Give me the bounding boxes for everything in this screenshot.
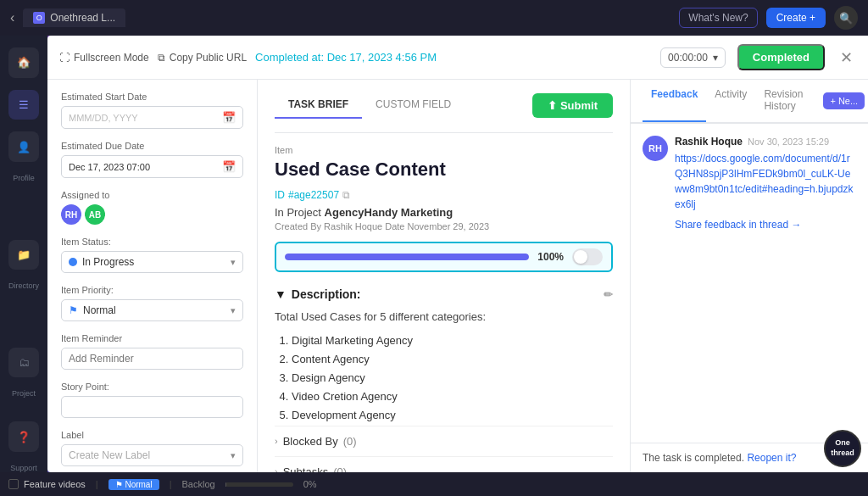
list-item: Video Cretion Agency bbox=[292, 387, 613, 406]
start-date-placeholder: MMM/DD, YYYY bbox=[69, 113, 219, 123]
item-priority-value: Normal bbox=[83, 304, 116, 316]
comment-link[interactable]: https://docs.google.com/document/d/1rQ3H… bbox=[675, 151, 856, 212]
list-item: Design Agency bbox=[292, 369, 613, 387]
progress-bar-fill bbox=[285, 254, 529, 260]
center-content: TASK BRIEF CUSTOM FIELD ⬆ Submit Item Us… bbox=[258, 80, 631, 472]
assigned-to-field: Assigned to RH AB bbox=[61, 190, 243, 225]
item-type-label: Item bbox=[275, 145, 613, 155]
share-feedback-button[interactable]: Share feedback in thread → bbox=[675, 219, 856, 231]
reopen-link[interactable]: Reopen it? bbox=[747, 452, 796, 464]
item-status-field: Item Status: In Progress ▾ bbox=[61, 237, 243, 273]
estimated-due-date-input[interactable]: Dec 17, 2023 07:00 📅 bbox=[61, 155, 243, 178]
tab-revision-history[interactable]: Revision History bbox=[755, 80, 811, 122]
search-button[interactable]: 🔍 bbox=[834, 6, 858, 30]
estimated-start-date-label: Estimated Start Date bbox=[61, 92, 243, 102]
assigned-to-label: Assigned to bbox=[61, 190, 243, 200]
comment-time: Nov 30, 2023 15:29 bbox=[748, 137, 829, 147]
avatar-1: RH bbox=[61, 204, 81, 225]
blocked-by-count: (0) bbox=[343, 435, 357, 448]
taskbar-task-name: Feature videos bbox=[24, 479, 86, 489]
assigned-avatars: RH AB bbox=[61, 204, 243, 225]
time-chevron-icon: ▾ bbox=[713, 52, 718, 64]
item-reminder-label: Item Reminder bbox=[61, 333, 243, 343]
item-reminder-input[interactable] bbox=[61, 348, 243, 370]
taskbar-status-icon: ⚑ bbox=[115, 480, 123, 489]
progress-bar-wrap bbox=[285, 254, 529, 260]
list-item: Digital Marketing Agency bbox=[292, 332, 613, 350]
date-label: Date bbox=[385, 221, 404, 231]
story-point-input[interactable]: 0 bbox=[61, 396, 243, 418]
back-button[interactable]: ‹ bbox=[10, 10, 14, 25]
taskbar-separator: | bbox=[96, 479, 98, 489]
tab-custom-field[interactable]: CUSTOM FIELD bbox=[362, 92, 465, 119]
project-name: AgencyHandy Marketing bbox=[325, 206, 453, 219]
tab-feedback[interactable]: Feedback bbox=[643, 80, 706, 122]
sidebar-item-profile[interactable]: 👤 bbox=[8, 131, 39, 162]
description-intro: Total Used Cases for 5 different categor… bbox=[275, 308, 613, 326]
new-button[interactable]: + Ne... bbox=[823, 92, 865, 109]
item-id-label: ID bbox=[275, 189, 285, 201]
sidebar-item-home[interactable]: 🏠 bbox=[8, 47, 39, 78]
time-selector[interactable]: 00:00:00 ▾ bbox=[660, 47, 726, 68]
item-priority-label: Item Priority: bbox=[61, 285, 243, 295]
description-edit-icon[interactable]: ✏ bbox=[604, 288, 613, 301]
blocked-by-label: Blocked By bbox=[283, 435, 338, 448]
status-dot-icon bbox=[69, 258, 77, 266]
fullscreen-icon: ⛶ bbox=[59, 52, 70, 64]
sidebar-item-directory[interactable]: 📁 bbox=[8, 240, 39, 270]
browser-tab[interactable]: O Onethread L... bbox=[23, 8, 125, 27]
start-date-calendar-icon: 📅 bbox=[222, 111, 236, 124]
status-chevron-icon: ▾ bbox=[231, 257, 236, 268]
completed-badge-button[interactable]: Completed bbox=[737, 44, 825, 70]
comment-author: Rashik Hoque bbox=[675, 136, 743, 148]
tab-activity[interactable]: Activity bbox=[706, 80, 755, 122]
label-select[interactable]: Create New Label ▾ bbox=[61, 444, 243, 466]
due-date-value: Dec 17, 2023 07:00 bbox=[69, 162, 219, 172]
sidebar-item-tasks[interactable]: ☰ bbox=[8, 90, 39, 120]
fullscreen-button[interactable]: ⛶ Fullscreen Mode bbox=[59, 52, 149, 64]
whats-new-button[interactable]: What's New? bbox=[679, 8, 757, 28]
subtasks-label: Subtasks bbox=[283, 465, 328, 472]
taskbar-separator-2: | bbox=[170, 479, 172, 489]
time-value: 00:00:00 bbox=[668, 52, 708, 64]
tab-label: Onethread L... bbox=[50, 12, 115, 24]
estimated-start-date-input[interactable]: MMM/DD, YYYY 📅 bbox=[61, 106, 243, 129]
item-priority-select[interactable]: ⚑ Normal ▾ bbox=[61, 299, 243, 321]
created-by-name: Rashik Hoque bbox=[324, 221, 382, 231]
copy-id-icon[interactable]: ⧉ bbox=[342, 189, 350, 201]
onethread-logo[interactable]: Onethread bbox=[824, 430, 861, 467]
subtasks-count: (0) bbox=[333, 465, 347, 472]
progress-container: 100% bbox=[275, 242, 613, 272]
right-tabs-row: Feedback Activity Revision History + Ne.… bbox=[631, 80, 868, 123]
list-item: Development Agency bbox=[292, 406, 613, 425]
estimated-due-date-label: Estimated Due Date bbox=[61, 141, 243, 151]
comment-header: Rashik Hoque Nov 30, 2023 15:29 bbox=[675, 136, 856, 148]
taskbar-checkbox[interactable] bbox=[8, 479, 19, 489]
description-collapse-icon[interactable]: ▼ bbox=[275, 287, 287, 301]
sidebar-item-support[interactable]: ❓ bbox=[8, 421, 39, 452]
create-button[interactable]: Create + bbox=[766, 8, 826, 28]
task-modal: ⛶ Fullscreen Mode ⧉ Copy Public URL Comp… bbox=[47, 36, 868, 472]
taskbar-progress-fill bbox=[225, 482, 227, 487]
subtasks-section[interactable]: › Subtasks (0) bbox=[275, 456, 613, 472]
taskbar-task-item: Feature videos bbox=[8, 479, 86, 489]
item-status-select[interactable]: In Progress ▾ bbox=[61, 251, 243, 273]
modal-header: ⛶ Fullscreen Mode ⧉ Copy Public URL Comp… bbox=[47, 36, 868, 80]
toggle-knob bbox=[574, 250, 587, 264]
blocked-by-section[interactable]: › Blocked By (0) bbox=[275, 426, 613, 456]
copy-public-url-button[interactable]: ⧉ Copy Public URL bbox=[158, 52, 247, 64]
top-bar: ‹ O Onethread L... What's New? Create + … bbox=[0, 0, 868, 36]
estimated-start-date-field: Estimated Start Date MMM/DD, YYYY 📅 bbox=[61, 92, 243, 129]
comment-content: Rashik Hoque Nov 30, 2023 15:29 https://… bbox=[675, 136, 856, 231]
label-placeholder: Create New Label bbox=[69, 449, 150, 461]
submit-button[interactable]: ⬆ Submit bbox=[532, 93, 613, 118]
label-chevron-icon: ▾ bbox=[231, 450, 236, 461]
progress-toggle[interactable] bbox=[572, 248, 603, 265]
tab-icon: O bbox=[33, 12, 45, 24]
story-point-field: Story Point: 0 bbox=[61, 382, 243, 418]
close-button[interactable]: ✕ bbox=[837, 48, 856, 67]
taskbar-progress-wrap bbox=[225, 482, 293, 487]
tab-task-brief[interactable]: TASK BRIEF bbox=[275, 92, 362, 119]
sidebar-item-project[interactable]: 🗂 bbox=[8, 348, 39, 378]
in-project-label: In Project bbox=[275, 206, 321, 219]
